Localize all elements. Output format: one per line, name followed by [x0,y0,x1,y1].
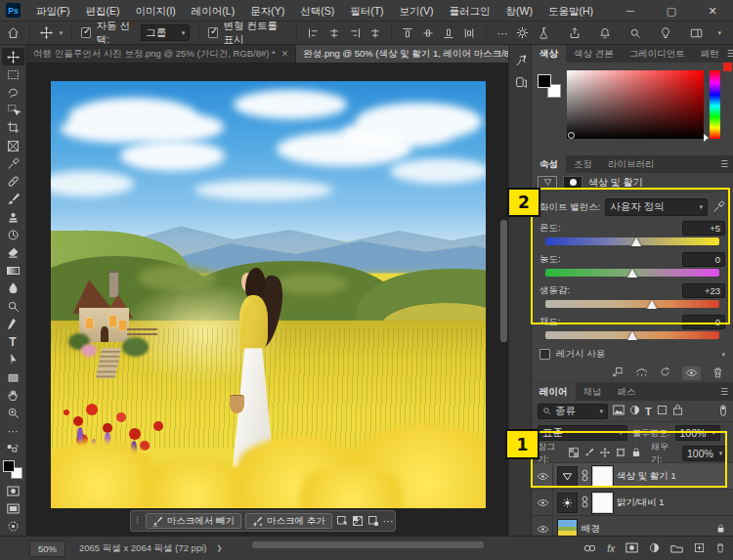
close-button[interactable]: ✕ [692,0,733,22]
document-photo[interactable] [51,81,486,508]
tab-paths[interactable]: 패스 [610,383,644,401]
add-adjustment-icon[interactable] [649,542,660,555]
minimize-button[interactable]: ─ [610,0,651,22]
temperature-value[interactable]: +5 [682,221,725,236]
clone-stamp-tool[interactable] [2,208,24,226]
chevron-down-icon[interactable]: ▾ [60,29,64,37]
menu-type[interactable]: 문자(Y) [242,0,292,22]
edit-toolbar-icon[interactable]: ⋯ [2,422,24,440]
screen-mode-icon[interactable] [2,499,24,517]
hue-slider[interactable] [710,70,720,139]
comments-panel-icon[interactable] [511,72,531,92]
object-selection-tool[interactable] [2,102,24,119]
layer-visibility-eye-icon[interactable] [534,490,553,515]
canvas-area[interactable]: ⡇ 마스크에서 빼기 마스크에 추가 ⋯ [26,63,508,536]
frame-tool[interactable] [2,137,24,154]
menu-image[interactable]: 이미지(I) [127,0,183,22]
filter-adjustment-layers-icon[interactable] [629,405,640,417]
shape-tool[interactable] [2,368,24,386]
temperature-slider[interactable] [545,237,719,245]
reset-icon[interactable] [660,366,670,379]
menu-window[interactable]: 창(W) [498,0,540,22]
tab-gradients[interactable]: 그레이디언트 [622,45,693,63]
align-top-icon[interactable] [367,24,382,42]
notifications-bell-icon[interactable] [596,24,614,42]
close-tab-icon[interactable]: ✕ [281,49,289,59]
align-left-icon[interactable] [306,24,321,42]
menu-layer[interactable]: 레이어(L) [184,0,242,22]
slider-thumb[interactable] [631,237,641,246]
discover-bulb-icon[interactable] [657,24,674,42]
filter-pixel-layers-icon[interactable] [613,405,625,417]
layer-mask-thumbnail[interactable] [592,493,613,513]
add-to-mask-button[interactable]: 마스크에 추가 [245,513,332,529]
menu-edit[interactable]: 편집(E) [77,0,127,22]
vibrance-adjustment-thumbnail[interactable] [557,466,578,487]
panel-menu-icon[interactable]: ☰ [720,155,728,173]
menu-file[interactable]: 파일(F) [28,0,77,22]
filter-type-dropdown[interactable]: 종류 ▾ [538,404,608,419]
gradient-tool[interactable] [2,262,24,280]
blur-tool[interactable] [2,280,24,297]
link-layers-icon[interactable] [583,543,596,554]
pen-tool[interactable] [2,315,24,332]
lock-all-icon[interactable] [631,447,641,459]
filter-shape-layers-icon[interactable] [657,405,668,417]
share-icon[interactable] [566,24,583,42]
distribute-bottom-icon[interactable] [442,24,456,42]
select-subject-icon[interactable] [336,513,348,529]
auto-select-checkbox[interactable] [81,27,90,38]
crop-tool[interactable] [2,119,24,137]
zoom-tool[interactable] [2,404,24,421]
mask-link-icon[interactable] [582,495,588,510]
slider-thumb[interactable] [627,269,637,278]
foreground-background-swatches[interactable] [3,460,22,479]
tab-swatches[interactable]: 색상 견본 [566,45,622,63]
move-tool[interactable] [2,48,24,65]
tab-channels[interactable]: 채널 [576,383,610,401]
tint-slider[interactable] [545,269,719,277]
lock-transparency-icon[interactable] [569,448,579,459]
eyedropper-tool[interactable] [2,154,24,172]
layer-mask-thumbnail[interactable] [592,466,613,487]
invert-mask-icon[interactable] [352,513,364,529]
saturation-value[interactable]: 0 [682,315,725,329]
beta-flask-icon[interactable] [536,24,553,42]
drag-handle-icon[interactable]: ⡇ [136,519,142,523]
slider-thumb[interactable] [627,331,637,340]
fill-dropdown[interactable]: 100%▾ [682,446,727,461]
filter-type-layers-icon[interactable]: T [645,406,652,417]
horizontal-scrollbar[interactable] [252,541,484,548]
tint-value[interactable]: 0 [682,252,725,267]
subtract-from-mask-button[interactable]: 마스크에서 빼기 [146,513,241,529]
foreground-color-swatch[interactable] [3,460,15,472]
layer-row-brightness[interactable]: 밝기/대비 1 [532,490,733,516]
layer-lock-icon[interactable] [716,523,725,536]
workspace-settings-gear-icon[interactable] [515,24,530,42]
show-transform-checkbox[interactable] [208,27,217,38]
vibrance-slider[interactable] [545,300,719,308]
blend-mode-dropdown[interactable]: 표준▾ [538,425,627,441]
lock-pixels-brush-icon[interactable] [584,448,594,459]
filter-toggle-icon[interactable] [719,405,727,418]
brush-tool[interactable] [2,191,24,208]
legacy-checkbox[interactable] [539,349,550,360]
maximize-button[interactable]: ▢ [651,0,692,22]
eraser-tool[interactable] [2,243,24,261]
white-balance-dropdown[interactable]: 사용자 정의▾ [605,198,708,216]
vibrance-value[interactable]: +23 [682,283,725,298]
visibility-eye-icon[interactable] [682,366,701,380]
tab-layers[interactable]: 레이어 [532,383,576,401]
mask-options-icon[interactable] [367,513,379,529]
zoom-level-field[interactable]: 50% [29,540,65,557]
document-tab-active[interactable]: 완성.png @ 50% (색상 및 활기 1, 레이어 마스크/8) * ✕ [296,45,539,63]
swap-colors-icon[interactable] [2,440,24,457]
chevron-right-icon[interactable]: ❯ [216,544,222,552]
learn-panel-icon[interactable] [511,51,531,70]
tab-adjustments[interactable]: 조정 [566,155,600,173]
previous-state-eye-icon[interactable] [635,367,648,379]
slider-thumb[interactable] [647,300,657,309]
dodge-tool[interactable] [2,297,24,315]
distribute-top-icon[interactable] [401,24,415,42]
auto-select-dropdown[interactable]: 그룹▾ [141,24,190,41]
